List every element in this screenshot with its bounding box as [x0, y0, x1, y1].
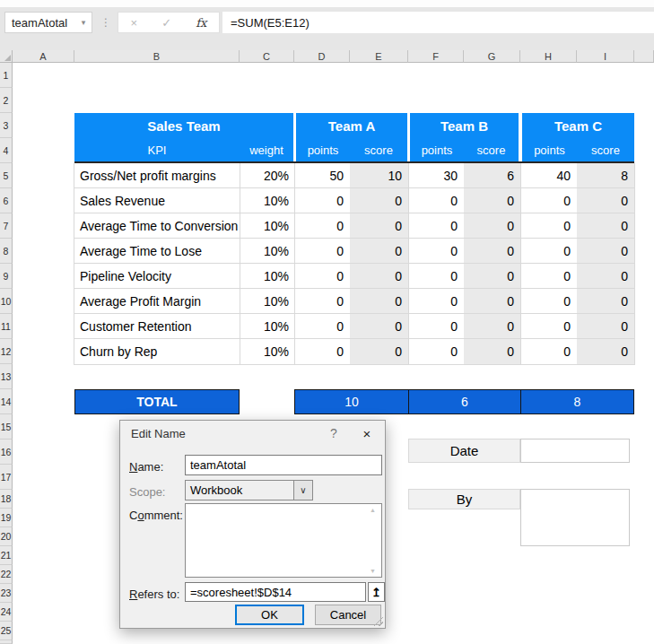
kpi-cell[interactable]: Average Profit Margin — [74, 289, 240, 313]
team-a-score-cell[interactable]: 0 — [350, 239, 408, 263]
weight-cell[interactable]: 10% — [240, 188, 294, 213]
row-header-3[interactable]: 3 — [0, 113, 13, 138]
team-a-score-cell[interactable]: 10 — [350, 163, 408, 187]
scroll-up-icon[interactable]: ▲ — [370, 507, 376, 513]
row-header-10[interactable]: 10 — [0, 289, 13, 314]
row-header-23[interactable]: 23 — [0, 584, 13, 603]
column-header-F[interactable]: F — [408, 50, 464, 63]
team-a-score-cell[interactable]: 0 — [350, 213, 408, 238]
cancel-button[interactable]: Cancel — [315, 605, 381, 625]
date-label-cell[interactable]: Date — [408, 439, 520, 463]
team-a-score-cell[interactable]: 0 — [350, 339, 408, 364]
team-b-points-cell[interactable]: 30 — [408, 163, 464, 187]
team-c-points-cell[interactable]: 0 — [520, 188, 577, 213]
team-c-score-cell[interactable]: 0 — [577, 239, 634, 263]
kpi-cell[interactable]: Pipeline Velocity — [74, 264, 240, 288]
team-c-score-cell[interactable]: 0 — [577, 314, 634, 338]
team-c-score-cell[interactable]: 0 — [577, 188, 634, 213]
column-header-D[interactable]: D — [294, 50, 350, 63]
name-box[interactable]: teamAtotal ▾ — [4, 12, 92, 33]
row-header-21[interactable]: 21 — [0, 546, 13, 565]
weight-cell[interactable]: 10% — [240, 289, 294, 313]
team-b-score-cell[interactable]: 0 — [464, 188, 520, 213]
team-a-points-cell[interactable]: 0 — [294, 264, 350, 288]
row-header-24[interactable]: 24 — [0, 603, 13, 622]
team-a-points-cell[interactable]: 50 — [294, 163, 350, 187]
team-a-score-cell[interactable]: 0 — [350, 188, 408, 213]
column-header-I[interactable]: I — [577, 50, 634, 63]
row-header-16[interactable]: 16 — [0, 439, 13, 465]
team-b-points-cell[interactable]: 0 — [408, 239, 464, 263]
total-team-b-cell[interactable]: 6 — [408, 389, 521, 414]
column-header-H[interactable]: H — [520, 50, 577, 63]
name-box-dropdown-icon[interactable]: ▾ — [75, 18, 92, 27]
formula-bar[interactable]: =SUM(E5:E12) — [222, 12, 654, 33]
column-header-A[interactable]: A — [13, 50, 74, 63]
row-header-partial[interactable] — [0, 640, 13, 644]
total-team-a-cell[interactable]: 10 — [294, 389, 409, 414]
team-c-score-cell[interactable]: 0 — [577, 289, 634, 313]
dialog-help-icon[interactable]: ? — [318, 426, 349, 440]
team-c-points-cell[interactable]: 40 — [520, 163, 577, 187]
insert-function-icon[interactable]: fx — [196, 16, 206, 30]
column-header-G[interactable]: G — [464, 50, 520, 63]
dialog-close-icon[interactable]: × — [349, 426, 385, 441]
team-c-score-cell[interactable]: 0 — [577, 339, 634, 364]
team-b-score-cell[interactable]: 6 — [464, 163, 520, 187]
row-header-12[interactable]: 12 — [0, 339, 13, 364]
team-b-score-cell[interactable]: 0 — [464, 314, 520, 338]
weight-cell[interactable]: 10% — [240, 239, 294, 263]
team-a-score-cell[interactable]: 0 — [350, 289, 408, 313]
team-c-points-cell[interactable]: 0 — [520, 339, 577, 364]
team-c-points-cell[interactable]: 0 — [520, 289, 577, 313]
team-c-points-cell[interactable]: 0 — [520, 314, 577, 338]
team-a-header-block[interactable]: Team A points score — [296, 113, 407, 161]
team-b-points-cell[interactable]: 0 — [408, 213, 464, 238]
team-c-points-cell[interactable]: 0 — [520, 264, 577, 288]
row-header-7[interactable]: 7 — [0, 213, 13, 239]
row-header-4[interactable]: 4 — [0, 138, 13, 163]
sales-team-header-block[interactable]: Sales Team KPI weight — [74, 113, 293, 161]
row-header-9[interactable]: 9 — [0, 264, 13, 289]
total-team-c-cell[interactable]: 8 — [520, 389, 634, 414]
team-a-score-cell[interactable]: 0 — [350, 264, 408, 288]
team-a-points-cell[interactable]: 0 — [294, 339, 350, 364]
team-b-score-cell[interactable]: 0 — [464, 264, 520, 288]
team-b-score-cell[interactable]: 0 — [464, 213, 520, 238]
row-header-5[interactable]: 5 — [0, 163, 13, 188]
dialog-title-bar[interactable]: Edit Name ? × — [120, 421, 385, 446]
team-a-points-cell[interactable]: 0 — [294, 314, 350, 338]
team-b-score-cell[interactable]: 0 — [464, 339, 520, 364]
weight-cell[interactable]: 10% — [240, 314, 294, 338]
row-header-19[interactable]: 19 — [0, 509, 13, 527]
team-c-header-block[interactable]: Team C points score — [522, 113, 634, 161]
select-all-corner[interactable] — [0, 50, 13, 63]
row-header-25[interactable]: 25 — [0, 622, 13, 640]
kpi-cell[interactable]: Gross/Net profit margins — [74, 163, 240, 187]
refers-to-input[interactable] — [185, 582, 366, 602]
team-b-score-cell[interactable]: 0 — [464, 289, 520, 313]
team-b-points-cell[interactable]: 0 — [408, 314, 464, 338]
row-header-2[interactable]: 2 — [0, 88, 13, 113]
kpi-cell[interactable]: Customer Retention — [74, 314, 240, 338]
team-a-points-cell[interactable]: 0 — [294, 289, 350, 313]
row-header-8[interactable]: 8 — [0, 239, 13, 264]
kpi-cell[interactable]: Average Time to Conversion — [74, 213, 240, 238]
team-b-points-cell[interactable]: 0 — [408, 289, 464, 313]
row-header-20[interactable]: 20 — [0, 527, 13, 546]
by-label-cell[interactable]: By — [408, 489, 520, 509]
team-b-points-cell[interactable]: 0 — [408, 339, 464, 364]
total-label-cell[interactable]: TOTAL — [74, 389, 240, 414]
date-value-cell[interactable] — [520, 439, 630, 463]
collapse-dialog-icon[interactable]: ↥ — [368, 582, 385, 602]
comment-textarea[interactable] — [185, 503, 382, 578]
kpi-cell[interactable]: Churn by Rep — [74, 339, 240, 364]
scope-dropdown-chevron-icon[interactable]: ∨ — [293, 481, 312, 500]
team-a-points-cell[interactable]: 0 — [294, 239, 350, 263]
row-header-6[interactable]: 6 — [0, 188, 13, 213]
ok-button[interactable]: OK — [235, 605, 304, 625]
column-header-B[interactable]: B — [74, 50, 240, 63]
team-a-score-cell[interactable]: 0 — [350, 314, 408, 338]
row-header-1[interactable]: 1 — [0, 63, 13, 88]
team-c-points-cell[interactable]: 0 — [520, 213, 577, 238]
